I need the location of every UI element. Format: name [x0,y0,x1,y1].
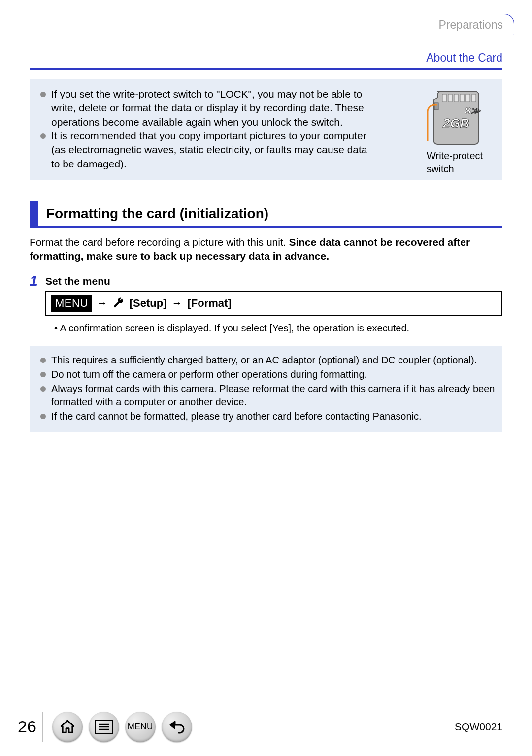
svg-rect-5 [472,94,476,102]
info-item: This requires a sufficiently charged bat… [40,354,496,367]
info-item: Always format cards with this camera. Pl… [40,382,496,409]
svg-rect-1 [448,94,452,102]
sd-caption: Write-protect switch [427,149,496,176]
home-button[interactable] [52,712,83,742]
arrow-icon: → [172,296,183,311]
info-box-card: If you set the write-protect switch to "… [30,79,502,180]
info-item: Do not turn off the camera or perform ot… [40,368,496,381]
section-intro: Format the card before recording a pictu… [30,235,502,263]
svg-rect-3 [460,94,464,102]
section-title: Formatting the card (initialization) [38,201,268,226]
document-code: SQW0021 [455,720,502,734]
chapter-link[interactable]: About the Card [30,50,502,66]
back-button[interactable] [162,712,192,742]
arrow-icon: → [97,296,108,311]
svg-text:S≫: S≫ [465,106,481,116]
back-icon [168,720,186,734]
page-number: 26 [18,716,36,738]
menu-chip: MENU [51,295,92,312]
section-heading: Formatting the card (initialization) [30,201,502,228]
info-item: If the card cannot be formatted, please … [40,410,496,423]
menu-path: MENU → [Setup] → [Format] [45,291,502,316]
separator [42,712,43,742]
svg-rect-6 [434,103,438,110]
info-item: If you set the write-protect switch to "… [40,87,370,129]
contents-button[interactable] [89,712,119,742]
wrench-icon [113,297,125,309]
footer: 26 MENU SQW0021 [0,712,532,742]
step-title: Set the menu [45,274,502,288]
chapter-rule [30,68,502,70]
step-number: 1 [30,273,45,335]
svg-rect-2 [454,94,458,102]
breadcrumb: Preparations [428,14,514,35]
menu-path-setup: [Setup] [130,296,167,311]
svg-text:2GB: 2GB [442,116,469,131]
step: 1 Set the menu MENU → [Setup] → [Format]… [30,274,502,335]
home-icon [59,719,76,735]
list-icon [95,720,113,734]
info-box-format: This requires a sufficiently charged bat… [30,346,502,432]
info-item: It is recommended that you copy importan… [40,129,370,171]
menu-label: MENU [128,722,153,733]
sd-card-icon: S≫ 2GB [427,88,486,147]
header-bar: Preparations [20,0,532,35]
step-subnote: A confirmation screen is displayed. If y… [54,322,502,335]
menu-path-format: [Format] [188,296,232,311]
svg-rect-4 [466,94,470,102]
svg-rect-0 [442,94,446,102]
menu-button[interactable]: MENU [125,712,156,742]
